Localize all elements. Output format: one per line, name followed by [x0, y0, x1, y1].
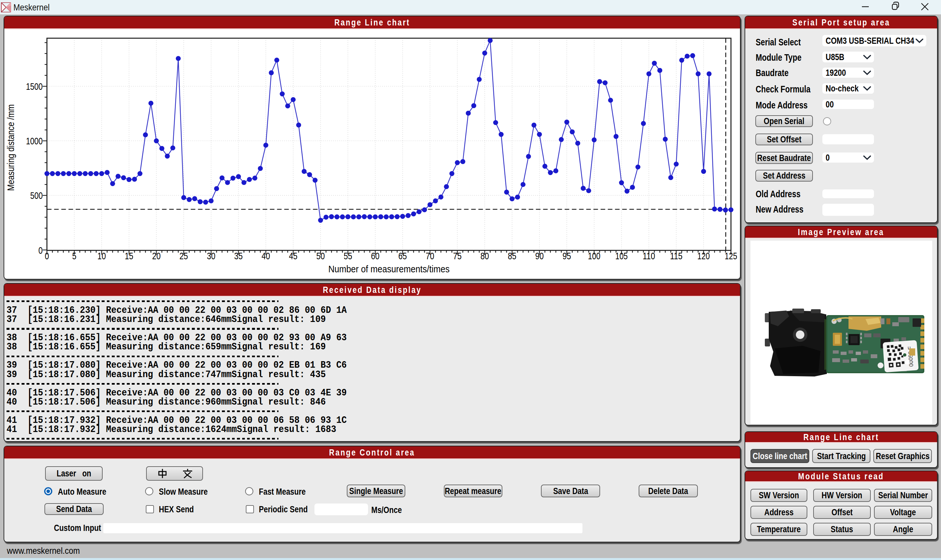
- svg-text:60: 60: [371, 251, 379, 261]
- svg-text:30: 30: [207, 251, 215, 261]
- svg-text:500: 500: [30, 190, 43, 201]
- svg-text:20: 20: [152, 251, 160, 261]
- svg-text:0: 0: [39, 245, 43, 256]
- svg-text:50: 50: [316, 251, 325, 261]
- svg-text:110: 110: [643, 251, 655, 261]
- svg-text:55: 55: [344, 251, 352, 261]
- svg-text:75: 75: [453, 251, 461, 261]
- svg-text:105: 105: [616, 251, 628, 261]
- svg-text:100: 100: [588, 251, 600, 261]
- svg-text:120: 120: [697, 251, 710, 261]
- svg-text:5: 5: [72, 251, 77, 261]
- svg-text:45: 45: [289, 251, 298, 261]
- svg-text:40: 40: [261, 251, 270, 261]
- svg-text:80: 80: [480, 251, 489, 261]
- svg-text:10: 10: [97, 251, 106, 261]
- svg-text:65: 65: [398, 251, 407, 261]
- svg-text:Number of measurements/times: Number of measurements/times: [329, 264, 450, 274]
- svg-text:90: 90: [535, 251, 543, 261]
- svg-text:25: 25: [179, 251, 188, 261]
- svg-text:115: 115: [670, 251, 682, 261]
- svg-text:1500: 1500: [26, 81, 43, 92]
- svg-text:95: 95: [563, 251, 571, 261]
- svg-text:0: 0: [45, 251, 49, 261]
- svg-text:125: 125: [725, 251, 737, 261]
- svg-text:70: 70: [426, 251, 434, 261]
- svg-text:Measuring distance /mm: Measuring distance /mm: [6, 105, 16, 191]
- svg-text:15: 15: [125, 251, 133, 261]
- svg-text:35: 35: [234, 251, 243, 261]
- svg-text:85: 85: [508, 251, 517, 261]
- svg-text:1000: 1000: [26, 135, 43, 146]
